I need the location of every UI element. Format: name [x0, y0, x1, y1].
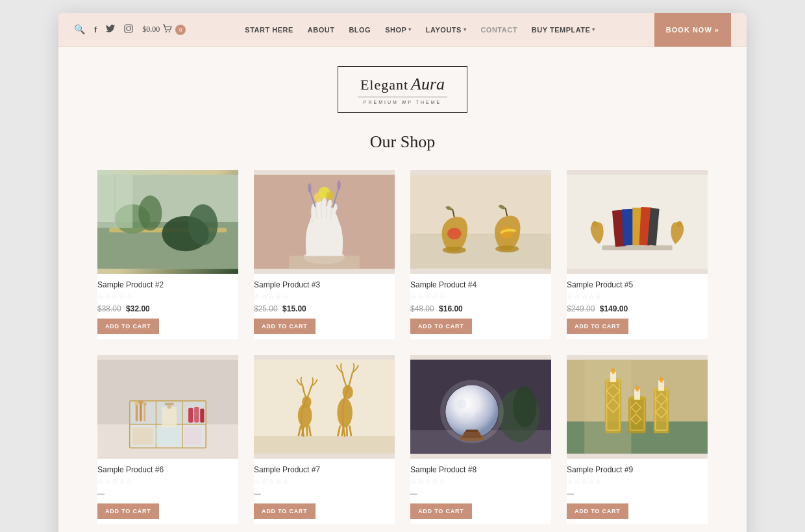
sale-price-p8: — — [410, 490, 417, 498]
main-content: Elegant Aura PREMIUM WP THEME Our Shop — [58, 47, 747, 532]
svg-rect-52 — [143, 404, 145, 421]
nav-shop[interactable]: SHOP ▾ — [385, 26, 412, 34]
product-price-p4: $48.00 $16.00 — [410, 304, 551, 313]
svg-point-9 — [138, 195, 162, 230]
product-price-p5: $249.00 $149.00 — [567, 304, 708, 313]
product-card-p4[interactable]: Sample Product #4 ☆ ☆ ☆ ☆ ☆ $48.00 $16.0… — [410, 170, 551, 339]
product-stars-p9: ☆ ☆ ☆ ☆ ☆ — [567, 478, 708, 486]
svg-rect-26 — [410, 234, 551, 269]
add-to-cart-p7[interactable]: ADD TO CART — [254, 503, 316, 519]
product-name-p3: Sample Product #3 — [254, 280, 395, 289]
product-card-p6[interactable]: Sample Product #6 ☆ ☆ ☆ ☆ ☆ — ADD TO CAR… — [97, 355, 238, 524]
nav-buy-template[interactable]: BUY TEMPLATE ▾ — [532, 26, 595, 34]
svg-rect-51 — [140, 403, 142, 422]
search-icon[interactable]: 🔍 — [74, 24, 85, 35]
product-price-p3: $25.00 $15.00 — [254, 304, 395, 313]
product-info-p7: Sample Product #7 ☆ ☆ ☆ ☆ ☆ — ADD TO CAR… — [254, 459, 395, 524]
add-to-cart-p4[interactable]: ADD TO CART — [410, 319, 472, 334]
add-to-cart-p3[interactable]: ADD TO CART — [254, 319, 316, 334]
svg-point-114 — [660, 377, 663, 383]
product-price-p7: — — [254, 489, 395, 498]
star-3: ☆ — [112, 293, 118, 301]
svg-point-73 — [337, 398, 353, 427]
shop-arrow-icon: ▾ — [408, 27, 412, 32]
product-card-p8[interactable]: Sample Product #8 ☆ ☆ ☆ ☆ ☆ — ADD TO CAR… — [410, 355, 551, 524]
product-info-p9: Sample Product #9 ☆ ☆ ☆ ☆ ☆ — ADD TO CAR… — [567, 459, 708, 524]
shop-title: Our Shop — [97, 132, 708, 152]
twitter-icon[interactable] — [106, 25, 115, 35]
book-now-button[interactable]: BOOK NOW » — [654, 13, 731, 47]
svg-point-53 — [134, 402, 139, 405]
product-image-p9 — [567, 355, 708, 459]
navbar-center: START HERE ABOUT BLOG SHOP ▾ LAYOUTS ▾ C… — [245, 26, 595, 34]
svg-point-19 — [326, 191, 334, 200]
cart-icon[interactable] — [162, 24, 173, 36]
navbar-right: BOOK NOW » — [654, 13, 731, 47]
svg-point-74 — [343, 385, 353, 400]
svg-rect-58 — [165, 403, 174, 405]
add-to-cart-p6[interactable]: ADD TO CART — [97, 503, 159, 519]
add-to-cart-p9[interactable]: ADD TO CART — [567, 503, 628, 519]
instagram-icon[interactable] — [124, 24, 133, 36]
svg-point-68 — [302, 396, 311, 408]
product-image-p6 — [97, 355, 238, 459]
product-card-p3[interactable]: Sample Product #3 ☆ ☆ ☆ ☆ ☆ $25.00 $15.0… — [254, 170, 395, 339]
svg-point-42 — [676, 221, 682, 227]
add-to-cart-p2[interactable]: ADD TO CART — [97, 319, 159, 334]
product-image-p2 — [97, 170, 238, 274]
svg-point-41 — [592, 221, 598, 227]
logo-name-main: Elegant — [360, 77, 408, 93]
original-price-p3: $25.00 — [254, 304, 278, 313]
svg-rect-35 — [602, 245, 673, 250]
product-info-p8: Sample Product #8 ☆ ☆ ☆ ☆ ☆ — ADD TO CAR… — [410, 459, 551, 524]
svg-line-77 — [347, 426, 347, 436]
browser-frame: 🔍 f $0.00 0 START HERE ABOUT BLOG SHOP — [58, 13, 747, 532]
product-card-p2[interactable]: Sample Product #2 ☆ ☆ ☆ ☆ ☆ $38.00 $32.0… — [97, 170, 238, 339]
logo-box: Elegant Aura PREMIUM WP THEME — [338, 66, 467, 113]
svg-point-32 — [450, 229, 456, 234]
nav-start-here[interactable]: START HERE — [245, 26, 293, 34]
add-to-cart-p5[interactable]: ADD TO CART — [567, 319, 628, 334]
product-stars-p8: ☆ ☆ ☆ ☆ ☆ — [410, 478, 551, 486]
product-name-p9: Sample Product #9 — [567, 465, 708, 474]
svg-rect-63 — [156, 428, 179, 445]
product-info-p3: Sample Product #3 ☆ ☆ ☆ ☆ ☆ $25.00 $15.0… — [254, 274, 395, 339]
product-card-p5[interactable]: Sample Product #5 ☆ ☆ ☆ ☆ ☆ $249.00 $149… — [567, 170, 708, 339]
original-price-p5: $249.00 — [567, 304, 595, 313]
svg-rect-0 — [125, 25, 132, 32]
sale-price-p5: $149.00 — [600, 304, 628, 313]
product-name-p6: Sample Product #6 — [97, 465, 238, 474]
product-card-p7[interactable]: Sample Product #7 ☆ ☆ ☆ ☆ ☆ — ADD TO CAR… — [254, 355, 395, 524]
layouts-arrow-icon: ▾ — [464, 27, 467, 32]
nav-blog[interactable]: BLOG — [349, 26, 371, 34]
navbar: 🔍 f $0.00 0 START HERE ABOUT BLOG SHOP — [58, 13, 747, 47]
product-price-p9: — — [567, 489, 708, 498]
nav-about[interactable]: ABOUT — [308, 26, 335, 34]
cart-badge: 0 — [175, 25, 186, 35]
svg-rect-60 — [194, 407, 199, 422]
product-name-p4: Sample Product #4 — [410, 280, 551, 289]
logo-text: Elegant Aura — [358, 75, 447, 94]
add-to-cart-p8[interactable]: ADD TO CART — [410, 503, 472, 519]
product-image-p8 — [410, 355, 551, 459]
product-info-p4: Sample Product #4 ☆ ☆ ☆ ☆ ☆ $48.00 $16.0… — [410, 274, 551, 339]
svg-point-27 — [443, 247, 466, 254]
nav-layouts[interactable]: LAYOUTS ▾ — [426, 26, 467, 34]
svg-point-2 — [130, 25, 131, 26]
navbar-left: 🔍 f $0.00 0 — [74, 24, 186, 36]
sale-price-p3: $15.00 — [282, 304, 306, 313]
svg-point-3 — [166, 31, 167, 32]
product-grid: Sample Product #2 ☆ ☆ ☆ ☆ ☆ $38.00 $32.0… — [97, 170, 708, 524]
sale-price-p9: — — [567, 490, 574, 498]
facebook-icon[interactable]: f — [94, 25, 97, 34]
product-image-p5 — [567, 170, 708, 274]
price-display: $0.00 — [142, 25, 160, 34]
nav-contact[interactable]: CONTACT — [480, 26, 517, 34]
svg-point-1 — [127, 27, 130, 30]
svg-rect-90 — [466, 429, 478, 432]
svg-point-54 — [138, 400, 143, 404]
sale-price-p7: — — [254, 490, 261, 498]
product-info-p2: Sample Product #2 ☆ ☆ ☆ ☆ ☆ $38.00 $32.0… — [97, 274, 238, 339]
product-card-p9[interactable]: Sample Product #9 ☆ ☆ ☆ ☆ ☆ — ADD TO CAR… — [567, 355, 708, 524]
product-stars-p3: ☆ ☆ ☆ ☆ ☆ — [254, 293, 395, 301]
